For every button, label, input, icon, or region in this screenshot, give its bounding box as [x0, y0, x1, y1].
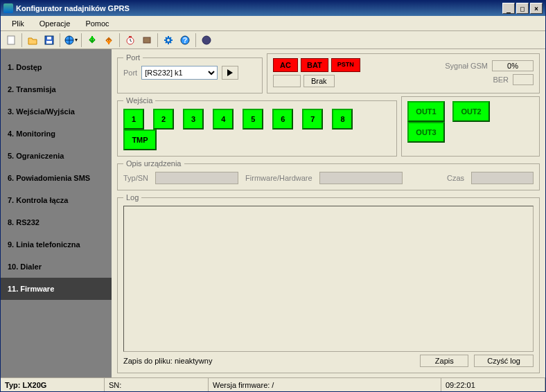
input-8[interactable]: 8: [332, 109, 353, 130]
device-icon[interactable]: [139, 33, 155, 48]
menubar: Plik Operacje Pomoc: [1, 16, 545, 31]
gear-icon[interactable]: [161, 33, 176, 48]
inputs-group: Wejścia 1 2 3 4 5 6 7 8 TMP: [117, 96, 397, 157]
gsm-meter: 0%: [492, 60, 534, 71]
desc-legend: Opis urządzenia: [123, 159, 184, 168]
status-bat: BAT: [301, 58, 328, 72]
output-3[interactable]: OUT3: [407, 122, 445, 143]
typsn-field: [155, 172, 238, 184]
log-clear-button[interactable]: Czyść log: [474, 355, 534, 367]
gsm-label: Sygnał GSM: [445, 62, 488, 70]
output-1[interactable]: OUT1: [407, 101, 445, 122]
ber-box: [513, 74, 534, 85]
sidebar-item-powiadomienia-sms[interactable]: 6. Powiadomienia SMS: [1, 167, 112, 189]
svg-text:?: ?: [183, 37, 187, 44]
inputs-legend: Wejścia: [123, 96, 155, 105]
sidebar-item-rs232[interactable]: 8. RS232: [1, 211, 112, 233]
log-textarea[interactable]: [123, 206, 534, 352]
svg-rect-0: [8, 36, 15, 44]
input-tmp[interactable]: TMP: [123, 130, 157, 150]
input-5[interactable]: 5: [243, 109, 263, 130]
status-empty-box: [273, 75, 301, 87]
ber-label: BER: [493, 75, 509, 84]
log-file-status: Zapis do pliku: nieaktywny: [123, 357, 212, 365]
svg-point-8: [166, 38, 170, 42]
status-fw: Wersja firmware: /: [209, 378, 441, 391]
czas-label: Czas: [447, 174, 464, 182]
close-button[interactable]: ×: [530, 3, 543, 14]
save-icon[interactable]: [42, 33, 57, 48]
menu-pomoc[interactable]: Pomoc: [78, 18, 116, 29]
status-time: 09:22:01: [441, 378, 545, 391]
log-save-button[interactable]: Zapis: [420, 355, 468, 367]
log-group: Log Zapis do pliku: nieaktywny Zapis Czy…: [117, 193, 540, 373]
play-icon: [227, 69, 234, 76]
menu-plik[interactable]: Plik: [5, 18, 31, 29]
upload-icon[interactable]: [101, 33, 116, 48]
sidebar-item-ograniczenia[interactable]: 5. Ograniczenia: [1, 145, 112, 167]
input-6[interactable]: 6: [272, 109, 293, 130]
typsn-label: Typ/SN: [123, 174, 148, 182]
download-icon[interactable]: [85, 33, 100, 48]
input-2[interactable]: 2: [153, 109, 174, 130]
statusbar: Typ: LX20G SN: Wersja firmware: / 09:22:…: [1, 377, 545, 391]
status-brak: Brak: [303, 75, 335, 87]
log-legend: Log: [123, 193, 141, 202]
input-3[interactable]: 3: [183, 109, 204, 130]
status-typ: Typ: LX20G: [1, 378, 105, 391]
sidebar: 1. Dostęp 2. Transmisja 3. Wejścia/Wyjśc…: [1, 49, 112, 377]
app-window: Konfigurator nadajników GPRS _ □ × Plik …: [0, 0, 546, 392]
sidebar-item-wejscia-wyjscia[interactable]: 3. Wejścia/Wyjścia: [1, 100, 112, 123]
sidebar-item-dialer[interactable]: 10. Dialer: [1, 256, 112, 278]
outputs-group: OUT1 OUT2 OUT3: [401, 96, 540, 157]
svg-point-11: [202, 36, 211, 44]
new-icon[interactable]: [3, 33, 19, 48]
window-title: Konfigurator nadajników GPRS: [16, 4, 130, 12]
port-legend: Port: [123, 53, 143, 62]
fwhw-field: [319, 172, 403, 184]
sidebar-item-dostep[interactable]: 1. Dostęp: [1, 56, 112, 78]
svg-rect-2: [46, 41, 52, 44]
czas-field: [471, 172, 534, 184]
ball-icon[interactable]: [199, 33, 214, 48]
toolbar: ▾ ?: [1, 31, 545, 49]
sidebar-item-firmware[interactable]: 11. Firmware: [1, 278, 112, 300]
port-group: Port Port [RS232] k1: [117, 53, 263, 93]
description-group: Opis urządzenia Typ/SN Firmware/Hardware…: [117, 159, 540, 190]
output-2[interactable]: OUT2: [452, 101, 490, 122]
input-7[interactable]: 7: [302, 109, 323, 130]
svg-rect-7: [143, 37, 150, 43]
globe-icon[interactable]: ▾: [63, 33, 78, 48]
help-icon[interactable]: ?: [177, 33, 193, 48]
maximize-button[interactable]: □: [516, 3, 529, 14]
input-1[interactable]: 1: [123, 109, 144, 130]
status-ac: AC: [273, 58, 298, 72]
sidebar-item-transmisja[interactable]: 2. Transmisja: [1, 78, 112, 100]
status-group: AC BAT PSTN Brak Sygnał GSM: [267, 53, 540, 93]
port-label: Port: [123, 69, 137, 77]
sidebar-item-monitoring[interactable]: 4. Monitoring: [1, 123, 112, 145]
open-icon[interactable]: [25, 33, 40, 48]
minimize-button[interactable]: _: [502, 3, 515, 14]
sidebar-item-kontrola-lacza[interactable]: 7. Kontrola łącza: [1, 189, 112, 211]
app-icon: [3, 3, 13, 13]
input-4[interactable]: 4: [213, 109, 234, 130]
status-sn: SN:: [105, 378, 209, 391]
sidebar-item-linia-telefoniczna[interactable]: 9. Linia telefoniczna: [1, 233, 112, 256]
titlebar: Konfigurator nadajników GPRS _ □ ×: [1, 1, 545, 16]
svg-rect-3: [47, 37, 51, 39]
port-select[interactable]: [RS232] k1: [141, 66, 218, 80]
clock-icon[interactable]: [123, 33, 138, 48]
main-panel: Port Port [RS232] k1: [112, 49, 545, 377]
menu-operacje[interactable]: Operacje: [33, 18, 78, 29]
svg-rect-6: [129, 36, 132, 37]
port-connect-button[interactable]: [222, 66, 238, 80]
status-pstn: PSTN: [331, 58, 360, 72]
fwhw-label: Firmware/Hardware: [245, 174, 312, 182]
